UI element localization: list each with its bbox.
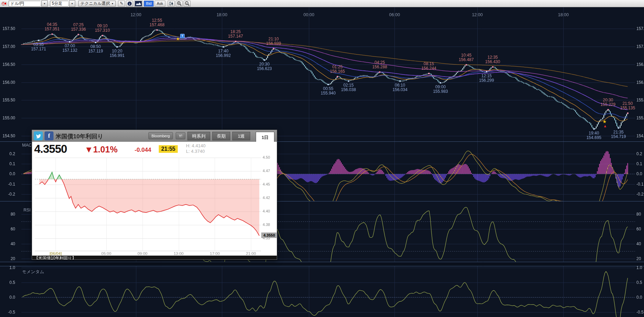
tab-label: 1週	[238, 133, 245, 139]
popup-y-axis-label: 4.40	[263, 209, 270, 213]
bid-button[interactable]: Bid	[144, 1, 154, 7]
area-chart-icon	[135, 1, 142, 6]
zoom-info-icon: i	[185, 1, 189, 6]
info-button[interactable]: i	[126, 1, 133, 7]
draw-tool-button[interactable]: ✎	[118, 1, 125, 7]
ask-button[interactable]: Ask	[155, 1, 165, 7]
pair-selector-value: ドル/円	[10, 1, 24, 7]
current-value-box: 4.3550	[261, 232, 277, 238]
tab-label: 長期	[217, 133, 226, 139]
ask-label: Ask	[157, 1, 163, 6]
tab-label: 時系列	[192, 133, 206, 139]
technical-selector[interactable]: テクニカル選択 ▼	[78, 1, 116, 7]
popup-x-axis-label: [06/04]	[47, 251, 64, 256]
popup-y-axis-label: 4.42	[263, 196, 270, 200]
bid-label: Bid	[146, 1, 152, 6]
tab-long-term[interactable]: 長期	[212, 132, 230, 140]
high-value: H: 4.4140	[186, 143, 205, 149]
high-low-values: H: 4.4140 L: 4.3740	[186, 143, 205, 154]
pair-selector[interactable]: ドル/円	[9, 1, 40, 7]
zoom-in-button[interactable]	[176, 1, 183, 7]
chevron-down-icon: ▼	[71, 2, 74, 5]
svg-text:i: i	[186, 2, 187, 5]
technical-selector-label: テクニカル選択	[80, 1, 110, 7]
currency-pair-flag-icon	[1, 1, 8, 6]
yahoo-button[interactable]: Y!	[176, 132, 185, 139]
popup-x-axis-label: 13:00	[170, 251, 187, 256]
yield-change-pct: ▼1.01%	[85, 145, 118, 155]
popup-y-axis-label: 4.50	[263, 155, 270, 159]
popup-value-row: 4.3550 ▼1.01% -0.044 21:55 H: 4.4140 L: …	[32, 142, 277, 157]
tab-one-week[interactable]: 1週	[232, 132, 250, 140]
facebook-icon: f	[48, 132, 50, 139]
low-value: L: 4.3740	[186, 149, 205, 154]
trading-app: ドル/円 ▼ 5分足 ▼ テクニカル選択 ▼ ✎ i Bid Ask	[0, 0, 644, 317]
yield-popup-window: f 米国債10年利回り Bloomberg Y! 時系列 長期 1週 1日 4.…	[32, 130, 277, 260]
chevron-down-icon: ▼	[111, 2, 114, 5]
zoom-in-icon	[177, 1, 182, 6]
popup-footer-bar: 【米国債10年利回り】	[32, 256, 277, 259]
chart-style-button[interactable]	[134, 1, 143, 7]
popup-title: 米国債10年利回り	[56, 132, 103, 140]
twitter-share-button[interactable]	[34, 131, 43, 140]
pair-selector-dropdown-button[interactable]: ▼	[41, 0, 48, 7]
timeframe-selector-dropdown-button[interactable]: ▼	[69, 0, 75, 7]
candlestick-icon	[169, 1, 174, 6]
quote-time-badge: 21:55	[159, 145, 178, 153]
popup-y-axis-label: 4.45	[263, 182, 270, 186]
facebook-share-button[interactable]: f	[45, 131, 53, 140]
tab-label: 1日	[262, 135, 269, 141]
yield-change-abs: -0.044	[135, 147, 151, 153]
chevron-down-icon: ▼	[43, 2, 46, 5]
candle-style-button[interactable]	[168, 1, 175, 7]
bloomberg-button[interactable]: Bloomberg	[148, 132, 173, 139]
popup-x-axis-label: 05:00	[98, 251, 115, 256]
pencil-icon: ✎	[120, 1, 123, 6]
popup-x-axis-label: 21:00	[242, 251, 260, 256]
info-icon: i	[127, 1, 132, 6]
zoom-info-button[interactable]: i	[184, 1, 191, 7]
popup-x-axis-label: 09:00	[134, 251, 151, 256]
popup-y-axis-label: 4.47	[263, 169, 270, 173]
tab-one-day[interactable]: 1日	[256, 132, 274, 143]
timeframe-selector-value: 5分足	[52, 1, 62, 7]
bloomberg-label: Bloomberg	[152, 134, 170, 138]
popup-x-axis-label: 17:00	[206, 251, 223, 256]
momentum-panel-label: モメンタム	[22, 269, 44, 275]
main-toolbar: ドル/円 ▼ 5分足 ▼ テクニカル選択 ▼ ✎ i Bid Ask	[0, 0, 644, 7]
popup-y-axis-label: 4.38	[263, 222, 270, 227]
yahoo-label: Y!	[179, 134, 182, 138]
popup-header: f 米国債10年利回り Bloomberg Y! 時系列 長期 1週 1日	[32, 130, 277, 142]
rsi-panel-label: RSI	[23, 208, 31, 212]
triangle-down-icon: ▼	[85, 145, 93, 154]
twitter-icon	[36, 133, 41, 139]
timeframe-selector[interactable]: 5分足	[50, 1, 68, 7]
tab-time-series[interactable]: 時系列	[187, 132, 210, 140]
yield-value: 4.3550	[34, 142, 67, 156]
